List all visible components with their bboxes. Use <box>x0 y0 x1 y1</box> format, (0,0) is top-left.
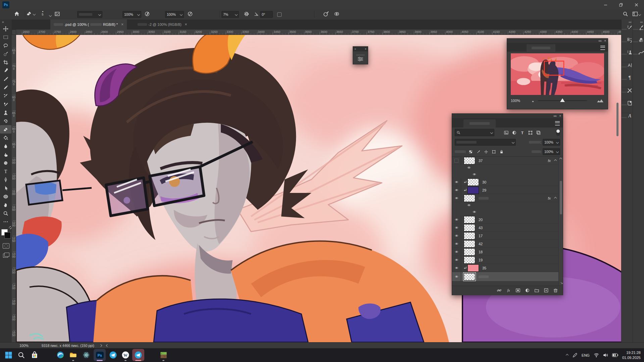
layer-row-42[interactable]: 42 <box>452 240 558 248</box>
eye-icon[interactable] <box>454 274 459 279</box>
layer-visibility-toggle[interactable] <box>452 216 461 223</box>
opacity-field[interactable]: 100% <box>122 11 141 18</box>
layer-row-17[interactable]: 17 <box>452 232 558 240</box>
layer-row-37[interactable]: 37fx <box>452 157 558 165</box>
smart-object-filter-icon[interactable] <box>536 130 541 135</box>
layer-effect-row[interactable] <box>452 202 558 209</box>
layer-name[interactable]: 17 <box>479 234 483 238</box>
layer-name[interactable]: 29 <box>482 188 486 192</box>
crop-tool[interactable] <box>0 58 11 66</box>
pencil-tool[interactable] <box>0 83 11 92</box>
layer-visibility-toggle[interactable] <box>452 157 461 164</box>
dodge-tool[interactable] <box>0 159 11 167</box>
eraser-history-checkbox[interactable] <box>277 12 282 17</box>
brush-tool[interactable] <box>0 75 11 83</box>
minimize-button[interactable] <box>598 0 613 9</box>
color-panel-button[interactable] <box>633 37 644 50</box>
eraser-icon[interactable] <box>26 11 32 16</box>
mixer-brush-tool[interactable] <box>0 100 11 108</box>
layer-thumbnail[interactable] <box>464 240 475 248</box>
fx-button[interactable]: fx <box>506 288 511 294</box>
layer-visibility-toggle[interactable] <box>452 256 461 264</box>
history-panel-button[interactable] <box>622 37 633 50</box>
angle-icon[interactable] <box>254 11 259 16</box>
paint-symmetry-icon[interactable] <box>334 11 340 18</box>
taskbar-start-icon[interactable] <box>2 349 14 361</box>
clone-source-panel-button[interactable] <box>622 50 633 62</box>
panel-close-icon[interactable]: × <box>365 47 366 51</box>
tool-presets-panel-button[interactable] <box>622 87 633 100</box>
lock-frame-icon[interactable] <box>492 150 496 154</box>
layer-visibility-toggle[interactable] <box>452 186 461 194</box>
dock-collapse-icon[interactable]: «« <box>622 19 633 25</box>
move-tool[interactable] <box>0 24 11 33</box>
layer-thumbnail[interactable] <box>467 264 479 272</box>
layer-row-29[interactable]: 29 <box>452 186 558 194</box>
layer-row-35[interactable]: 35 <box>452 264 558 272</box>
paragraph-panel-button[interactable]: ¶ <box>622 75 633 87</box>
ruler-origin-corner[interactable] <box>12 30 16 35</box>
pressure-icon[interactable] <box>144 11 150 17</box>
taskbar-explorer-icon[interactable] <box>67 349 79 361</box>
horizontal-ruler[interactable]: 2650270027502800285029002950300030503100… <box>16 30 644 35</box>
type-tool[interactable]: T <box>0 167 11 175</box>
eye-icon[interactable] <box>454 266 459 270</box>
delete-button[interactable] <box>553 288 558 294</box>
brush-size-preview[interactable]: 5 <box>40 10 46 16</box>
lock-icon[interactable] <box>499 150 504 154</box>
navigator-menu-icon[interactable] <box>600 46 605 50</box>
layer-filter-dropdown[interactable] <box>455 129 494 136</box>
status-next-icon[interactable] <box>99 344 102 347</box>
more-tool[interactable] <box>0 217 11 226</box>
layer-fx-badge[interactable]: fx <box>548 159 551 163</box>
taskbar-photoshop-icon[interactable]: Ps <box>94 349 106 361</box>
tool-preset-picker[interactable] <box>26 11 35 17</box>
layer-thumbnail[interactable] <box>464 256 475 264</box>
panel-expand-icon[interactable]: » <box>354 47 356 51</box>
restore-button[interactable] <box>613 0 629 9</box>
character-panel-button[interactable]: A <box>622 62 633 75</box>
properties-sliders-icon[interactable] <box>357 56 364 62</box>
layer-effect-row[interactable] <box>452 209 558 216</box>
layer-name[interactable]: 43 <box>479 226 483 230</box>
taskbar-minecraft-icon[interactable] <box>157 349 169 361</box>
layer-opacity-field[interactable]: 100% <box>543 139 560 146</box>
layer-thumbnail[interactable] <box>464 195 475 202</box>
tray-overflow-icon[interactable] <box>566 354 568 356</box>
screen-mode-button[interactable] <box>3 253 9 257</box>
tab-close-icon[interactable]: × <box>121 22 123 27</box>
gear-icon[interactable] <box>244 11 249 17</box>
marquee-tool[interactable] <box>0 33 11 41</box>
shape-filter-icon[interactable] <box>528 130 533 135</box>
layer-name[interactable]: 20 <box>479 218 483 222</box>
navigator-close-icon[interactable]: × <box>604 39 606 43</box>
eye-icon[interactable] <box>454 234 459 238</box>
layers-menu-icon[interactable] <box>555 121 560 125</box>
type-filter-icon[interactable]: T <box>520 130 525 135</box>
path-select-tool[interactable] <box>0 184 11 192</box>
taskbar-store-icon[interactable] <box>29 349 41 361</box>
status-zoom-value[interactable]: 100% <box>19 344 29 348</box>
history-brush-tool[interactable] <box>0 117 11 125</box>
search-icon[interactable] <box>623 11 628 17</box>
filter-toggle-switch[interactable] <box>556 129 560 136</box>
folder-button[interactable] <box>534 288 539 294</box>
brushes-panel-button[interactable] <box>633 25 644 37</box>
document-tab-1[interactable]: .psd @ 100% (RGB/8) *× <box>50 19 127 30</box>
brush-angle-field[interactable]: 0° <box>260 11 273 18</box>
battery-icon[interactable] <box>612 353 618 357</box>
layer-name[interactable]: 37 <box>479 159 483 163</box>
layer-row-43[interactable]: 43 <box>452 224 558 232</box>
lock-move-icon[interactable] <box>484 150 488 154</box>
effect-visibility-eye-icon[interactable] <box>472 210 477 215</box>
layers-close-icon[interactable]: × <box>559 114 561 118</box>
volume-icon[interactable] <box>603 353 608 357</box>
paths-panel-button[interactable] <box>633 50 644 62</box>
layer-thumbnail[interactable] <box>464 157 475 164</box>
new-layer-button[interactable] <box>544 288 549 294</box>
windows-ink-pen-icon[interactable] <box>572 353 578 358</box>
workspace-switcher[interactable] <box>632 11 641 17</box>
pen-tool[interactable] <box>0 175 11 184</box>
blend-mode-dropdown[interactable] <box>77 11 102 18</box>
layer-fill-field[interactable]: 100% <box>543 148 560 155</box>
